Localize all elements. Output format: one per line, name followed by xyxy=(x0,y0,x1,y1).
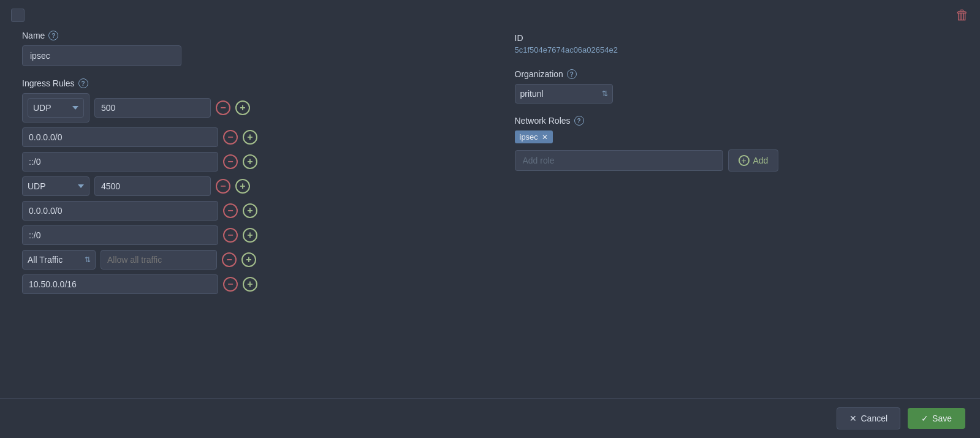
save-label: Save xyxy=(932,413,952,423)
save-button[interactable]: ✓ Save xyxy=(908,408,965,429)
protocol-select-2[interactable]: UDP TCP All Traffic xyxy=(22,176,89,196)
add-role-input[interactable] xyxy=(515,150,723,171)
name-label: Name xyxy=(22,31,45,40)
add-role-btn-label: Add xyxy=(753,156,769,165)
protocol-select-1[interactable]: UDP TCP All Traffic xyxy=(28,98,84,118)
add-role-row: + Add xyxy=(515,149,959,172)
add-rule-btn-2[interactable]: + xyxy=(235,179,250,194)
cancel-label: Cancel xyxy=(860,413,887,423)
role-tag-label: ipsec xyxy=(520,132,538,142)
rule-row-all-traffic: All Traffic UDP TCP − + xyxy=(22,250,466,270)
rule-cidr-row-1a: − + xyxy=(22,127,466,147)
org-help-icon[interactable]: ? xyxy=(567,69,577,79)
cidr-input-1b[interactable] xyxy=(22,152,218,172)
add-rule-btn-1[interactable]: + xyxy=(235,100,250,115)
add-cidr-btn-1a[interactable]: + xyxy=(243,130,257,145)
remove-rule-btn-2[interactable]: − xyxy=(216,179,230,194)
rule-cidr-row-3a: − + xyxy=(22,274,466,294)
rule-row-udp-500: UDP TCP All Traffic − + xyxy=(22,93,466,123)
protocol-select-3[interactable]: All Traffic UDP TCP xyxy=(22,250,96,270)
add-rule-btn-3[interactable]: + xyxy=(241,252,256,267)
rule-cidr-row-2b: − + xyxy=(22,225,466,245)
remove-cidr-btn-1b[interactable]: − xyxy=(223,154,238,169)
add-cidr-btn-3a[interactable]: + xyxy=(243,277,257,292)
cidr-input-3a[interactable] xyxy=(22,274,218,294)
network-roles-help-icon[interactable]: ? xyxy=(574,116,584,126)
add-cidr-btn-2a[interactable]: + xyxy=(243,203,257,218)
add-role-button[interactable]: + Add xyxy=(728,149,779,172)
rule-cidr-row-1b: − + xyxy=(22,152,466,172)
remove-cidr-btn-2a[interactable]: − xyxy=(223,203,238,218)
bottom-bar: ✕ Cancel ✓ Save xyxy=(0,398,980,438)
cidr-input-2a[interactable] xyxy=(22,201,218,221)
all-traffic-input[interactable] xyxy=(101,250,217,270)
remove-cidr-btn-1a[interactable]: − xyxy=(223,130,238,145)
ingress-rules-label: Ingress Rules xyxy=(22,78,75,88)
remove-cidr-btn-3a[interactable]: − xyxy=(223,277,238,292)
port-input-1[interactable] xyxy=(94,98,211,118)
save-check-icon: ✓ xyxy=(921,413,929,423)
port-input-2[interactable] xyxy=(94,176,211,196)
cancel-button[interactable]: ✕ Cancel xyxy=(837,407,900,429)
cancel-x-icon: ✕ xyxy=(849,413,857,423)
remove-rule-btn-1[interactable]: − xyxy=(216,100,230,115)
org-select[interactable]: pritunl xyxy=(515,84,613,104)
id-label: ID xyxy=(515,33,959,43)
remove-rule-btn-3[interactable]: − xyxy=(222,252,237,267)
role-tag-ipsec: ipsec ✕ xyxy=(515,130,553,143)
add-circle-icon: + xyxy=(739,155,750,166)
cidr-input-1a[interactable] xyxy=(22,127,218,147)
network-roles-label: Network Roles xyxy=(515,116,571,126)
add-cidr-btn-1b[interactable]: + xyxy=(243,154,257,169)
name-help-icon[interactable]: ? xyxy=(48,31,58,40)
role-tag-remove-ipsec[interactable]: ✕ xyxy=(542,134,548,141)
ingress-rules-help-icon[interactable]: ? xyxy=(78,78,88,88)
org-label: Organization xyxy=(515,69,563,79)
cidr-input-2b[interactable] xyxy=(22,225,218,245)
top-checkbox[interactable] xyxy=(11,9,25,22)
remove-cidr-btn-2b[interactable]: − xyxy=(223,228,238,243)
delete-icon[interactable]: 🗑 xyxy=(955,7,969,23)
rule-cidr-row-2a: − + xyxy=(22,201,466,221)
id-value: 5c1f504e7674ac06a02654e2 xyxy=(515,45,959,55)
add-cidr-btn-2b[interactable]: + xyxy=(243,228,257,243)
name-input[interactable] xyxy=(22,45,181,66)
rule-row-udp-4500: UDP TCP All Traffic − + xyxy=(22,176,466,196)
roles-tags-container: ipsec ✕ xyxy=(515,130,959,143)
